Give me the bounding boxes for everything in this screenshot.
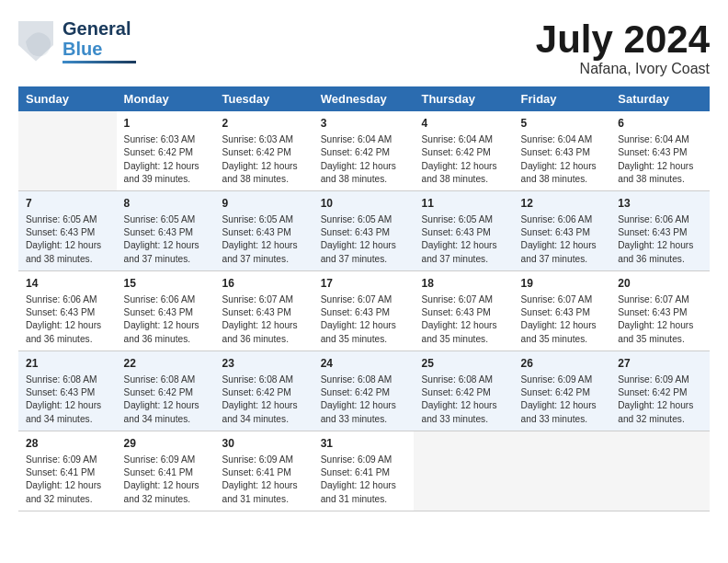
calendar-cell: 14Sunrise: 6:06 AM Sunset: 6:43 PM Dayli… <box>18 271 117 351</box>
day-info: Sunrise: 6:03 AM Sunset: 6:42 PM Dayligh… <box>124 133 208 186</box>
day-number: 1 <box>124 116 208 132</box>
calendar-cell: 15Sunrise: 6:06 AM Sunset: 6:43 PM Dayli… <box>117 271 215 351</box>
day-info: Sunrise: 6:09 AM Sunset: 6:41 PM Dayligh… <box>26 454 109 506</box>
column-header-wednesday: Wednesday <box>313 86 415 111</box>
calendar-row-3: 14Sunrise: 6:06 AM Sunset: 6:43 PM Dayli… <box>18 271 710 351</box>
calendar-cell: 4Sunrise: 6:04 AM Sunset: 6:42 PM Daylig… <box>414 111 513 190</box>
day-info: Sunrise: 6:07 AM Sunset: 6:43 PM Dayligh… <box>421 293 506 346</box>
calendar-cell: 30Sunrise: 6:09 AM Sunset: 6:41 PM Dayli… <box>214 431 313 511</box>
day-number: 23 <box>222 356 305 372</box>
day-info: Sunrise: 6:06 AM Sunset: 6:43 PM Dayligh… <box>618 213 702 266</box>
logo-text-general: General <box>63 18 131 39</box>
logo: General Blue <box>18 18 136 63</box>
column-header-friday: Friday <box>514 86 611 111</box>
day-number: 18 <box>421 276 506 292</box>
day-number: 4 <box>421 116 506 132</box>
calendar-cell: 24Sunrise: 6:08 AM Sunset: 6:42 PM Dayli… <box>313 350 415 431</box>
day-number: 29 <box>124 436 208 452</box>
day-number: 2 <box>222 116 305 132</box>
column-header-sunday: Sunday <box>18 86 117 111</box>
day-info: Sunrise: 6:04 AM Sunset: 6:43 PM Dayligh… <box>618 133 702 186</box>
column-header-thursday: Thursday <box>414 86 513 111</box>
day-info: Sunrise: 6:07 AM Sunset: 6:43 PM Dayligh… <box>321 293 407 346</box>
calendar-cell: 27Sunrise: 6:09 AM Sunset: 6:42 PM Dayli… <box>610 350 710 431</box>
day-info: Sunrise: 6:07 AM Sunset: 6:43 PM Dayligh… <box>521 293 604 346</box>
calendar-cell: 1Sunrise: 6:03 AM Sunset: 6:42 PM Daylig… <box>117 111 215 190</box>
day-number: 15 <box>124 276 208 292</box>
day-number: 21 <box>26 356 109 372</box>
month-title: July 2024 <box>536 18 710 61</box>
day-number: 27 <box>618 356 702 372</box>
day-number: 26 <box>521 356 604 372</box>
calendar-table: SundayMondayTuesdayWednesdayThursdayFrid… <box>18 86 710 511</box>
day-info: Sunrise: 6:09 AM Sunset: 6:42 PM Dayligh… <box>618 373 702 426</box>
calendar-cell: 11Sunrise: 6:05 AM Sunset: 6:43 PM Dayli… <box>414 191 513 271</box>
day-info: Sunrise: 6:09 AM Sunset: 6:42 PM Dayligh… <box>521 373 604 426</box>
day-info: Sunrise: 6:05 AM Sunset: 6:43 PM Dayligh… <box>321 213 407 266</box>
location: Nafana, Ivory Coast <box>536 61 710 77</box>
calendar-cell <box>610 431 710 511</box>
day-number: 7 <box>26 196 109 212</box>
day-number: 3 <box>321 116 407 132</box>
day-number: 28 <box>26 436 109 452</box>
calendar-cell <box>514 431 611 511</box>
day-info: Sunrise: 6:05 AM Sunset: 6:43 PM Dayligh… <box>26 213 109 266</box>
day-info: Sunrise: 6:04 AM Sunset: 6:43 PM Dayligh… <box>521 133 604 186</box>
day-number: 25 <box>421 356 506 372</box>
day-number: 12 <box>521 196 604 212</box>
day-number: 30 <box>222 436 305 452</box>
calendar-cell <box>18 111 117 190</box>
logo-text-blue: Blue <box>63 39 136 59</box>
day-number: 5 <box>521 116 604 132</box>
day-info: Sunrise: 6:06 AM Sunset: 6:43 PM Dayligh… <box>521 213 604 266</box>
day-info: Sunrise: 6:08 AM Sunset: 6:42 PM Dayligh… <box>321 373 407 426</box>
calendar-cell: 5Sunrise: 6:04 AM Sunset: 6:43 PM Daylig… <box>514 111 611 190</box>
day-info: Sunrise: 6:07 AM Sunset: 6:43 PM Dayligh… <box>222 293 305 346</box>
calendar-cell: 10Sunrise: 6:05 AM Sunset: 6:43 PM Dayli… <box>313 191 415 271</box>
day-number: 8 <box>124 196 208 212</box>
day-info: Sunrise: 6:09 AM Sunset: 6:41 PM Dayligh… <box>321 454 407 506</box>
day-number: 17 <box>321 276 407 292</box>
calendar-cell: 23Sunrise: 6:08 AM Sunset: 6:42 PM Dayli… <box>214 350 313 431</box>
page-header: General Blue July 2024 Nafana, Ivory Coa… <box>18 18 710 77</box>
calendar-row-1: 1Sunrise: 6:03 AM Sunset: 6:42 PM Daylig… <box>18 111 710 190</box>
calendar-row-5: 28Sunrise: 6:09 AM Sunset: 6:41 PM Dayli… <box>18 431 710 511</box>
day-info: Sunrise: 6:05 AM Sunset: 6:43 PM Dayligh… <box>421 213 506 266</box>
calendar-cell: 3Sunrise: 6:04 AM Sunset: 6:42 PM Daylig… <box>313 111 415 190</box>
day-info: Sunrise: 6:08 AM Sunset: 6:42 PM Dayligh… <box>124 373 208 426</box>
calendar-cell: 12Sunrise: 6:06 AM Sunset: 6:43 PM Dayli… <box>514 191 611 271</box>
logo-underline <box>63 61 136 63</box>
day-info: Sunrise: 6:08 AM Sunset: 6:43 PM Dayligh… <box>26 373 109 426</box>
day-number: 24 <box>321 356 407 372</box>
calendar-cell: 16Sunrise: 6:07 AM Sunset: 6:43 PM Dayli… <box>214 271 313 351</box>
calendar-cell <box>414 431 513 511</box>
header-row: SundayMondayTuesdayWednesdayThursdayFrid… <box>18 86 710 111</box>
column-header-saturday: Saturday <box>610 86 710 111</box>
day-number: 20 <box>618 276 702 292</box>
calendar-row-2: 7Sunrise: 6:05 AM Sunset: 6:43 PM Daylig… <box>18 191 710 271</box>
calendar-cell: 29Sunrise: 6:09 AM Sunset: 6:41 PM Dayli… <box>117 431 215 511</box>
day-info: Sunrise: 6:04 AM Sunset: 6:42 PM Dayligh… <box>321 133 407 186</box>
day-info: Sunrise: 6:06 AM Sunset: 6:43 PM Dayligh… <box>124 293 208 346</box>
day-number: 31 <box>321 436 407 452</box>
day-info: Sunrise: 6:05 AM Sunset: 6:43 PM Dayligh… <box>222 213 305 266</box>
calendar-cell: 7Sunrise: 6:05 AM Sunset: 6:43 PM Daylig… <box>18 191 117 271</box>
day-number: 16 <box>222 276 305 292</box>
day-info: Sunrise: 6:05 AM Sunset: 6:43 PM Dayligh… <box>124 213 208 266</box>
calendar-cell: 31Sunrise: 6:09 AM Sunset: 6:41 PM Dayli… <box>313 431 415 511</box>
calendar-cell: 28Sunrise: 6:09 AM Sunset: 6:41 PM Dayli… <box>18 431 117 511</box>
calendar-cell: 18Sunrise: 6:07 AM Sunset: 6:43 PM Dayli… <box>414 271 513 351</box>
calendar-cell: 21Sunrise: 6:08 AM Sunset: 6:43 PM Dayli… <box>18 350 117 431</box>
calendar-cell: 2Sunrise: 6:03 AM Sunset: 6:42 PM Daylig… <box>214 111 313 190</box>
calendar-cell: 13Sunrise: 6:06 AM Sunset: 6:43 PM Dayli… <box>610 191 710 271</box>
day-number: 10 <box>321 196 407 212</box>
day-number: 22 <box>124 356 208 372</box>
day-number: 9 <box>222 196 305 212</box>
column-header-monday: Monday <box>117 86 215 111</box>
day-number: 14 <box>26 276 109 292</box>
calendar-cell: 19Sunrise: 6:07 AM Sunset: 6:43 PM Dayli… <box>514 271 611 351</box>
day-info: Sunrise: 6:09 AM Sunset: 6:41 PM Dayligh… <box>124 454 208 506</box>
day-number: 6 <box>618 116 702 132</box>
calendar-cell: 17Sunrise: 6:07 AM Sunset: 6:43 PM Dayli… <box>313 271 415 351</box>
column-header-tuesday: Tuesday <box>214 86 313 111</box>
